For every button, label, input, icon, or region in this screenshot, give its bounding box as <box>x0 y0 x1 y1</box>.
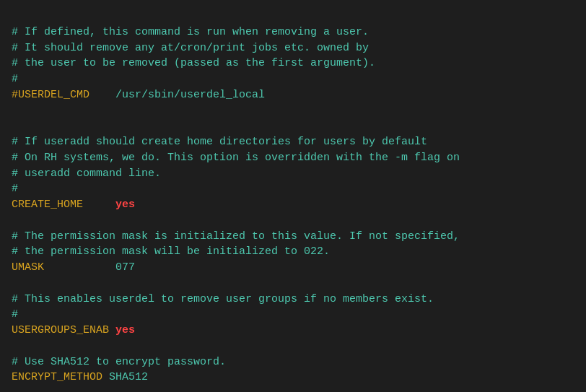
config-value: 077 <box>115 261 135 274</box>
code-content: # If defined, this command is run when r… <box>12 9 574 386</box>
code-line: # <box>12 71 574 87</box>
code-line: # the permission mask will be initialize… <box>12 244 574 260</box>
code-line <box>12 339 574 354</box>
code-line: # If useradd should create home director… <box>12 134 574 150</box>
code-line: # Use SHA512 to encrypt password. <box>12 354 574 370</box>
code-line: # <box>12 181 574 197</box>
config-value: SHA512 <box>109 371 148 383</box>
config-key: ENCRYPT_METHOD <box>12 371 102 383</box>
config-key: #USERDEL_CMD <box>12 89 89 101</box>
code-line <box>12 118 574 134</box>
code-line: #USERDEL_CMD /usr/sbin/userdel_local <box>12 87 574 103</box>
code-line <box>12 103 574 119</box>
code-line: CREATE_HOME yes <box>12 197 574 213</box>
code-line <box>12 213 574 229</box>
config-value: yes <box>115 199 135 211</box>
code-line <box>12 276 574 292</box>
code-line: # This enables userdel to remove user gr… <box>12 292 574 308</box>
config-key: CREATE_HOME <box>12 199 83 211</box>
code-line: # On RH systems, we do. This option is o… <box>12 150 574 166</box>
config-value: yes <box>115 324 135 336</box>
code-line: # The permission mask is initialized to … <box>12 229 574 245</box>
code-line: # the user to be removed (passed as the … <box>12 56 574 71</box>
config-value: /usr/sbin/userdel_local <box>115 89 265 101</box>
code-line: # If defined, this command is run when r… <box>12 25 574 40</box>
code-line: USERGROUPS_ENAB yes <box>12 323 574 339</box>
config-key: USERGROUPS_ENAB <box>12 324 109 336</box>
code-line: # It should remove any at/cron/print job… <box>12 40 574 56</box>
code-line: # <box>12 307 574 323</box>
code-line: UMASK 077 <box>12 260 574 276</box>
code-line: ENCRYPT_METHOD SHA512 <box>12 370 574 386</box>
config-key: UMASK <box>12 261 44 274</box>
code-line: # useradd command line. <box>12 166 574 182</box>
